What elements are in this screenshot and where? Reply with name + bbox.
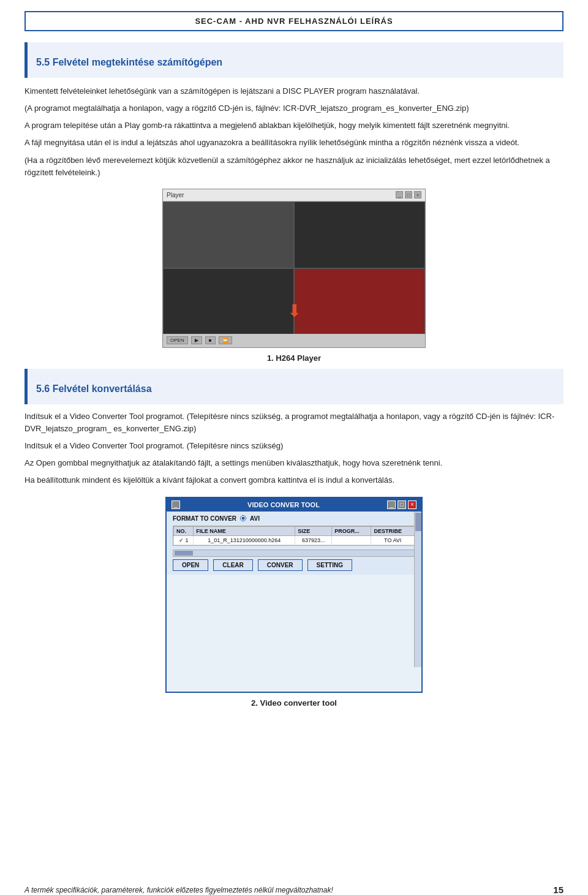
conv-cell-check: ✓ 1 [174, 535, 194, 545]
player-cell-2 [294, 202, 425, 268]
footer-disclaimer: A termék specifikációk, paraméterek, fun… [24, 886, 333, 894]
conv-cell-describe: TO AVI [371, 535, 415, 545]
conv-titlebar: _ VIDEO CONVER TOOL _ □ × [167, 498, 421, 512]
player-titlebar: Player _ □ × [163, 189, 425, 202]
conv-format-label: FORMAT TO CONVER [173, 515, 236, 522]
conv-max-btn[interactable]: □ [398, 500, 406, 509]
header-title: SEC-CAM - AHD NVR FELHASZNÁLÓI LEÍRÁS [195, 17, 393, 26]
conv-th-describe: DESTRIBE [371, 526, 415, 535]
conv-format-row: FORMAT TO CONVER AVI [173, 515, 415, 522]
section-5-5-para1: Kimentett felvételeinket lehetőségünk va… [24, 85, 564, 97]
player-maximize-btn[interactable]: □ [405, 191, 412, 198]
section-5-6-para4: Az Open gombbal megnyithatjuk az átalakí… [24, 457, 564, 469]
conv-file-table: NO. FILE NAME SIZE PROGR... DESTRIBE ✓ 1 [173, 526, 415, 545]
footer-disclaimer-text: A termék specifikációk, paraméterek, fun… [24, 886, 333, 894]
conv-title-text: VIDEO CONVER TOOL [180, 501, 387, 508]
section-5-5-para5: (Ha a rögzítőben lévő merevelemezt kötjü… [24, 154, 564, 179]
converter-image-caption: 2. Video converter tool [24, 698, 564, 708]
conv-setting-button[interactable]: SETTING [307, 559, 352, 571]
player-ff-btn[interactable]: ⏩ [219, 336, 232, 344]
player-cell-4 [294, 268, 425, 335]
conv-vscrollbar[interactable] [414, 512, 421, 667]
player-play-btn[interactable]: ▶ [191, 336, 202, 344]
section-5-5-heading: 5.5 Felvétel megtekintése számítógépen [36, 57, 555, 68]
main-content: 5.5 Felvétel megtekintése számítógépen K… [24, 42, 564, 708]
conv-table-header-row: NO. FILE NAME SIZE PROGR... DESTRIBE [174, 526, 415, 535]
converter-screenshot: _ VIDEO CONVER TOOL _ □ × FORMAT TO CONV… [165, 497, 423, 693]
player-image-container: Player _ □ × ⬇ OPEN ▶ ■ [24, 189, 564, 350]
conv-clear-button[interactable]: CLEAR [213, 559, 252, 571]
section-5-6-para5: Ha beállítottunk mindent és kijelöltük a… [24, 474, 564, 486]
section-5-6-heading: 5.6 Felvétel konvertálása [36, 383, 555, 395]
conv-body: FORMAT TO CONVER AVI NO. FILE NAME SIZE [167, 512, 421, 575]
player-bottombar: OPEN ▶ ■ ⏩ [163, 334, 425, 347]
conv-titlebar-right-btns: _ □ × [387, 500, 417, 509]
conv-hscrollbar-thumb [175, 551, 193, 556]
conv-min-btn[interactable]: _ [387, 500, 396, 509]
conv-vscrollbar-thumb [415, 513, 421, 531]
conv-hscrollbar[interactable] [173, 549, 415, 557]
converter-image-container: _ VIDEO CONVER TOOL _ □ × FORMAT TO CONV… [24, 497, 564, 695]
conv-open-button[interactable]: OPEN [173, 559, 208, 571]
player-image-caption: 1. H264 Player [24, 353, 564, 363]
conv-th-no: NO. [174, 526, 194, 535]
section-5-6-para1: Indítsuk el a Video Converter Tool progr… [24, 410, 564, 435]
footer-page-number: 15 [553, 885, 564, 895]
conv-radio-avi[interactable] [240, 515, 246, 521]
page-footer: A termék specifikációk, paraméterek, fun… [24, 885, 564, 895]
conv-minimize-btn[interactable]: _ [172, 500, 180, 509]
player-screenshot: Player _ □ × ⬇ OPEN ▶ ■ [162, 189, 426, 348]
page-wrapper: SEC-CAM - AHD NVR FELHASZNÁLÓI LEÍRÁS 5.… [0, 11, 588, 895]
player-cell-3 [163, 268, 294, 335]
player-open-btn[interactable]: OPEN [167, 336, 188, 344]
conv-th-filename: FILE NAME [194, 526, 295, 535]
player-arrow-icon: ⬇ [287, 303, 301, 320]
conv-th-size: SIZE [295, 526, 332, 535]
section-5-6-para3: Indítsuk el a Video Converter Tool progr… [24, 440, 564, 452]
conv-cell-progress [332, 535, 371, 545]
section-5-5-para4: A fájl megnyitása után el is indul a lej… [24, 137, 564, 149]
player-close-btn[interactable]: × [414, 191, 421, 198]
footer-exclamation: ! [331, 886, 333, 894]
player-title-buttons: _ □ × [396, 191, 421, 198]
conv-format-value: AVI [250, 515, 260, 522]
conv-close-btn[interactable]: × [408, 500, 417, 509]
conv-conver-button[interactable]: CONVER [258, 559, 303, 571]
conv-buttons-row: OPEN CLEAR CONVER SETTING [173, 559, 415, 571]
conv-th-progress: PROGR... [332, 526, 371, 535]
conv-cell-size: 637923... [295, 535, 332, 545]
conv-table-row-1: ✓ 1 1_01_R_131210000000.h264 637923... T… [174, 535, 415, 545]
section-5-6-block: 5.6 Felvétel konvertálása [24, 369, 564, 404]
page-header: SEC-CAM - AHD NVR FELHASZNÁLÓI LEÍRÁS [24, 11, 564, 31]
section-5-5-para2: (A programot megtalálhatja a honlapon, v… [24, 102, 564, 115]
section-5-5-para3: A program telepítése után a Play gomb-ra… [24, 119, 564, 132]
conv-titlebar-left-btns: _ [172, 500, 180, 509]
player-stop-btn[interactable]: ■ [205, 336, 216, 344]
player-title-text: Player [167, 192, 184, 198]
player-minimize-btn[interactable]: _ [396, 191, 403, 198]
section-5-5-block: 5.5 Felvétel megtekintése számítógépen [24, 42, 564, 78]
player-cell-1 [163, 202, 294, 268]
conv-table-wrapper: NO. FILE NAME SIZE PROGR... DESTRIBE ✓ 1 [173, 526, 415, 546]
conv-cell-filename: 1_01_R_131210000000.h264 [194, 535, 295, 545]
conv-table-body: ✓ 1 1_01_R_131210000000.h264 637923... T… [174, 535, 415, 545]
section-5-6-para1-text: Indítsuk el a Video Converter Tool progr… [24, 412, 184, 421]
